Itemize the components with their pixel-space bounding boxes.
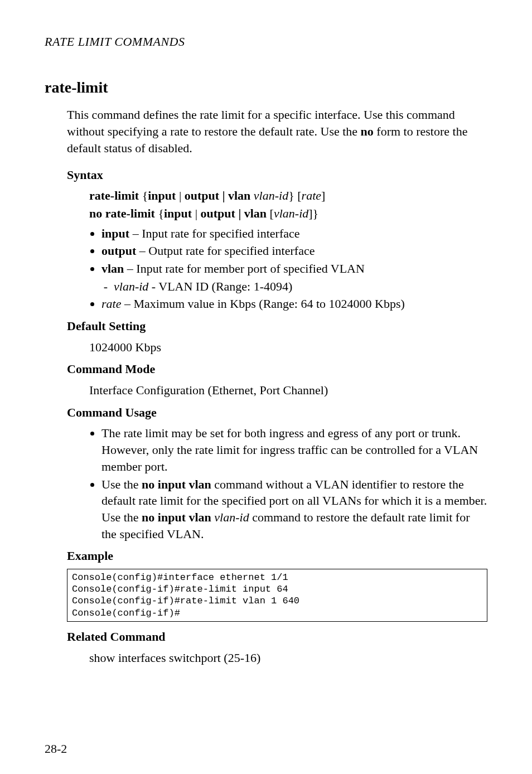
txt: ] [321, 188, 325, 202]
kw: input [148, 188, 176, 202]
related-command-label: Related Command [67, 628, 487, 645]
bullet-input: input – Input rate for specified interfa… [101, 225, 487, 242]
default-setting-label: Default Setting [67, 318, 487, 335]
txt: Use the [101, 477, 142, 491]
txt: – Maximum value in Kbps (Range: 64 to 10… [121, 297, 404, 311]
example-code: Console(config)#interface ethernet 1/1 C… [67, 569, 487, 622]
usage-item-1: The rate limit may be set for both ingre… [101, 425, 487, 475]
var: rate [101, 297, 121, 311]
syntax-label: Syntax [67, 167, 487, 183]
example-label: Example [67, 548, 487, 564]
kw: input [164, 206, 192, 220]
intro-no-keyword: no [361, 124, 374, 138]
kw: output | vlan [185, 188, 254, 202]
page-number: 28-2 [45, 741, 67, 757]
bullet-vlan-id: vlan-id - VLAN ID (Range: 1-4094) [114, 278, 487, 295]
var: vlan-id [114, 279, 148, 293]
syntax-line-2: no rate-limit {input | output | vlan [vl… [89, 205, 487, 222]
kw: input [101, 226, 129, 240]
txt: } [ [288, 188, 301, 202]
txt: – Input rate for specified interface [129, 226, 299, 240]
kw: output [101, 244, 136, 258]
usage-item-2: Use the no input vlan command without a … [101, 476, 487, 543]
var: vlan-id [214, 510, 249, 524]
var: vlan-id [254, 188, 288, 202]
txt: | [192, 206, 200, 220]
kw: vlan [101, 262, 124, 275]
var: rate [302, 188, 321, 202]
bullet-output: output – Output rate for specified inter… [101, 243, 487, 259]
related-command-value: show interfaces switchport (25-16) [89, 650, 487, 666]
txt: { [155, 206, 164, 220]
kw: no input vlan [142, 477, 211, 491]
default-setting-value: 1024000 Kbps [89, 339, 487, 356]
var: vlan-id [274, 206, 308, 220]
intro-paragraph: This command defines the rate limit for … [67, 107, 487, 156]
txt: - VLAN ID (Range: 1-4094) [148, 279, 292, 293]
running-head: RATE LIMIT COMMANDS [45, 33, 487, 50]
command-usage-bullets: The rate limit may be set for both ingre… [89, 425, 487, 542]
command-usage-label: Command Usage [67, 404, 487, 421]
command-mode-label: Command Mode [67, 361, 487, 378]
kw: no rate-limit [89, 206, 155, 220]
txt: [ [267, 206, 274, 220]
command-mode-value: Interface Configuration (Ethernet, Port … [89, 382, 487, 399]
kw: no input vlan [142, 510, 214, 524]
syntax-block: rate-limit {input | output | vlan vlan-i… [89, 187, 487, 221]
txt: | [176, 188, 184, 202]
bullet-vlan: vlan – Input rate for member port of spe… [101, 260, 487, 294]
syntax-line-1: rate-limit {input | output | vlan vlan-i… [89, 187, 487, 204]
command-name-heading: rate-limit [45, 77, 487, 98]
kw: output | vlan [201, 206, 267, 220]
txt: – Input rate for member port of specifie… [124, 262, 365, 275]
bullet-vlan-sub-list: vlan-id - VLAN ID (Range: 1-4094) [104, 278, 487, 295]
txt: ]} [308, 206, 318, 220]
syntax-bullets: input – Input rate for specified interfa… [89, 225, 487, 312]
txt: { [139, 188, 148, 202]
bullet-rate: rate – Maximum value in Kbps (Range: 64 … [101, 296, 487, 312]
kw: rate-limit [89, 188, 139, 202]
txt: – Output rate for specified interface [136, 244, 315, 258]
